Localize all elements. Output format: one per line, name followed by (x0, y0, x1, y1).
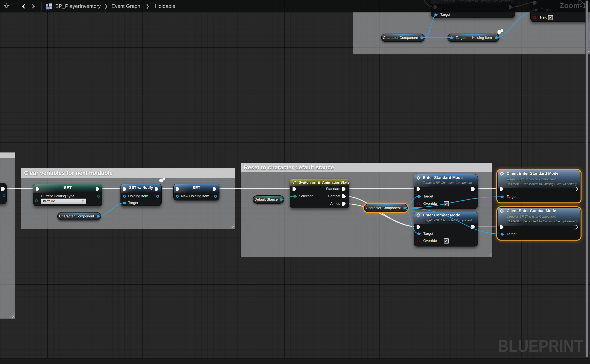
target-pin[interactable] (501, 195, 504, 198)
output-pin[interactable] (403, 207, 406, 209)
exec-in-pin[interactable] (499, 187, 504, 191)
exec-out-pin[interactable] (574, 225, 578, 229)
enum-out-pin[interactable] (97, 195, 100, 198)
node-title: Client Enter Combat Mode (507, 208, 556, 213)
node-title: Enter Standard Mode (423, 176, 463, 180)
pill-label: Character Component (364, 204, 407, 212)
comment-bubble-icon[interactable] (159, 178, 166, 184)
pin-label: Combat (328, 194, 340, 198)
node-client-enter-standard-mode[interactable]: Client Enter Standard Mode Target is BP … (497, 170, 581, 202)
target-pin[interactable] (417, 233, 420, 235)
node-set-w-notify[interactable]: SET w/ Notify Holding Item Target (121, 184, 162, 206)
pin-label: Target (507, 195, 517, 199)
blueprint-graph-canvas[interactable]: Clear veriables for next holdable Reset … (0, 0, 590, 364)
override-checkbox[interactable]: ✔ (444, 201, 449, 206)
comment-header[interactable]: Reset to character default stance (240, 163, 493, 172)
back-arrow-icon[interactable] (20, 3, 26, 10)
comment-header[interactable]: Clear veriables for next holdable (21, 168, 235, 178)
pill-character-component-top[interactable]: Character Component (381, 33, 425, 42)
exec-out-pin[interactable] (471, 225, 476, 229)
held-bool-pin[interactable] (533, 16, 536, 19)
selection-pin[interactable] (293, 195, 296, 198)
vertical-scrollbar[interactable] (585, 0, 588, 358)
node-title: Enter Combat Mode (423, 213, 460, 217)
override-pin[interactable] (417, 240, 420, 242)
comment-body (0, 152, 15, 318)
exec-out-aimed-pin[interactable] (342, 202, 346, 206)
target-pin[interactable] (434, 13, 437, 16)
output-pin[interactable] (420, 36, 423, 39)
breadcrumb-holdable[interactable]: Holdable (155, 3, 175, 9)
node-client-enter-combat-mode[interactable]: Client Enter Combat Mode Target is BP Ch… (497, 207, 581, 240)
enum-dropdown[interactable]: ItemSlot ▼ (41, 199, 86, 204)
breadcrumb-blueprint[interactable]: BP_PlayerInventory (55, 3, 101, 9)
target-pin[interactable] (123, 202, 126, 204)
exec-out-pin[interactable] (471, 187, 476, 191)
exec-in-pin[interactable] (416, 225, 421, 229)
exec-in-pin[interactable] (35, 187, 40, 191)
node-subtitle-line1: Target is BP Character Component (507, 215, 556, 218)
exec-in-pin[interactable] (416, 187, 421, 191)
target-pin[interactable] (501, 233, 504, 236)
node-left-partial[interactable] (0, 183, 7, 204)
node-subtitle: Target is BP Character Component (423, 181, 472, 185)
node-set-new-holding-item[interactable]: SET New Holding Item (173, 184, 220, 201)
held-checkbox[interactable]: ✔ (548, 15, 553, 20)
pill-get-holding-item[interactable]: Target Holding Item (447, 33, 499, 42)
data-pin[interactable] (3, 194, 5, 197)
node-set-current-holding-type[interactable]: SET Current Holding Type ItemSlot ▼ (33, 184, 102, 206)
enum-in-pin[interactable] (35, 199, 38, 202)
breadcrumb-chevron: ❯ (104, 4, 108, 9)
pill-character-component-clear[interactable]: Character Component (57, 212, 101, 221)
exec-out-pin[interactable] (1, 186, 6, 191)
breadcrumb-event-graph[interactable]: Event Graph (111, 3, 140, 9)
breadcrumb-chevron: ❯ (146, 4, 149, 9)
pin-label: Target (128, 201, 138, 205)
pin-label: Target (440, 13, 450, 17)
exec-out-standard-pin[interactable] (342, 187, 346, 191)
node-title: Client Enter Standard Mode (507, 171, 558, 176)
target-pin[interactable] (450, 36, 453, 39)
pin-label: Target (456, 36, 466, 40)
pin-label: Override (423, 239, 437, 243)
node-subtitle-line2: RELIABLE Replicated To Owning Client (if… (507, 182, 577, 186)
favorite-star-icon[interactable]: ☆ (3, 0, 10, 13)
pin-label: Target (507, 232, 517, 236)
exec-out-pin[interactable] (155, 187, 159, 191)
node-switch-animationstate[interactable]: Ɛ* Switch on E_AnimationState Standard S… (290, 179, 349, 208)
exec-in-pin[interactable] (292, 187, 297, 191)
exec-out-pin[interactable] (574, 187, 578, 191)
exec-out-combat-pin[interactable] (342, 194, 346, 199)
horizontal-scrollbar-track[interactable] (0, 358, 590, 364)
exec-out-pin[interactable] (95, 187, 100, 191)
pin-label: Aimed (330, 202, 340, 206)
node-subtitle-line2: RELIABLE Replicated To Owning Client (if… (507, 220, 577, 223)
exec-in-pin[interactable] (499, 225, 504, 229)
output-pin[interactable] (495, 36, 498, 39)
pill-default-stance[interactable]: Default Stance (253, 195, 284, 204)
exec-in-pin[interactable] (123, 187, 127, 191)
holding-item-in-pin[interactable] (123, 195, 126, 198)
override-pin[interactable] (417, 202, 420, 205)
comment-header[interactable] (0, 152, 15, 158)
new-holding-item-out-pin[interactable] (214, 195, 217, 198)
blueprint-watermark: BLUEPRINT (498, 336, 583, 356)
exec-in-pin[interactable] (175, 187, 180, 191)
holding-item-out-pin[interactable] (156, 195, 159, 198)
blueprint-class-icon (45, 3, 52, 10)
pill-character-component-reset[interactable]: Character Component (364, 204, 408, 212)
new-holding-item-in-pin[interactable] (176, 195, 179, 198)
node-enter-combat-mode[interactable]: Enter Combat Mode Target is BP Character… (414, 212, 478, 247)
target-pin[interactable] (417, 195, 420, 198)
pin-label: Target (423, 194, 433, 199)
output-pin[interactable] (280, 198, 282, 201)
zoom-level-indicator: Zoom-1 (560, 2, 586, 10)
comment-bubble-icon[interactable] (497, 29, 504, 35)
enum-dropdown-value: ItemSlot (43, 200, 55, 203)
exec-out-pin[interactable] (213, 187, 217, 191)
comment-box-left-partial[interactable] (0, 152, 15, 319)
node-enter-standard-mode[interactable]: Enter Standard Mode Target is BP Charact… (414, 174, 478, 209)
override-checkbox[interactable]: ✔ (444, 238, 449, 244)
output-pin[interactable] (97, 215, 99, 218)
forward-arrow-icon[interactable] (30, 3, 37, 10)
